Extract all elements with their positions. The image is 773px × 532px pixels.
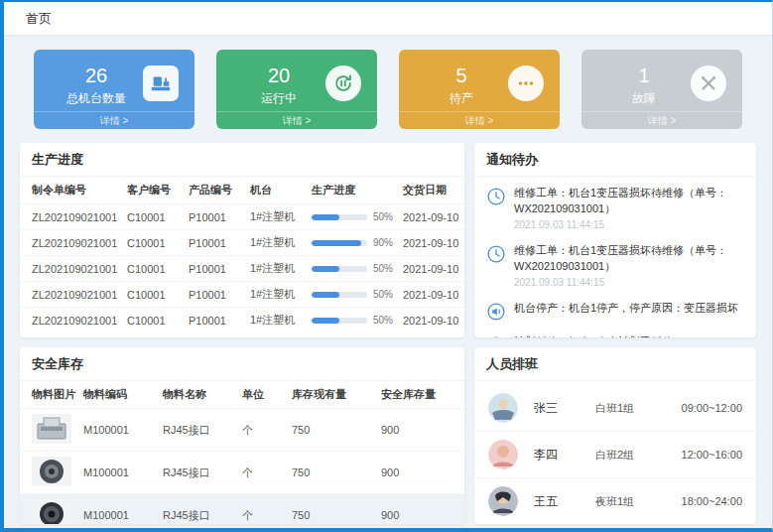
stat-detail-link[interactable]: 详情 > [399,111,560,129]
tab-home[interactable]: 首页 [26,10,52,28]
notification-item[interactable]: 维修工单：机台1变压器损坏待维修（单号：WX202109031001） 2021… [474,179,756,236]
notifications-panel-title: 通知待办 [474,143,756,177]
notification-body: 计划暂停：机台1生产计划已暂停 2021.09.03 11:44:15 [514,334,673,337]
notifications-panel: 通知待办 维修工单：机台1变压器损坏待维修（单号：WX202109031001）… [474,143,756,337]
stock-on-hand-cell: 750 [288,409,377,452]
safety-stock-row[interactable]: M100001 RJ45接口 个 750 900 [20,494,464,525]
production-table-header: 制令单编号客户编号产品编号机台生产进度交货日期 [20,177,464,204]
notification-text: 维修工单：机台1变压器损坏待维修（单号：WX202109031001） [514,243,744,275]
notification-item[interactable]: 计划暂停：机台1生产计划已暂停 2021.09.03 11:44:15 [474,328,756,337]
column-header: 交货日期 [399,177,464,204]
staff-schedule-row[interactable]: 李四 白班2组 12:00~16:00 [474,431,756,477]
material-name-cell: RJ45接口 [159,494,238,525]
staff-name: 李四 [534,447,580,464]
tools-icon [691,66,726,101]
dashboard-grid: 生产进度 制令单编号客户编号产品编号机台生产进度交货日期 ZL202109021… [20,143,756,524]
staff-time: 12:00~16:00 [682,449,742,461]
column-header: 制令单编号 [20,177,123,204]
speaker-photo [32,499,71,524]
staff-shift: 白班1组 [595,401,666,416]
stat-card-fault[interactable]: 1 故障 详情 > [581,50,742,129]
product-number-cell: P10001 [185,256,246,282]
stat-value: 1 [597,65,691,86]
stock-on-hand-cell: 750 [288,494,377,525]
stat-text: 20 运行中 [232,57,325,107]
stat-label: 运行中 [232,90,325,107]
production-table-row[interactable]: ZL202109021001 C10001 P10001 1#注塑机 50% 2… [20,308,464,333]
safety-stock-cell: 900 [377,452,464,494]
progress-bar [312,292,367,298]
production-panel-title: 生产进度 [20,143,464,177]
stat-label: 总机台数量 [50,90,143,107]
safety-stock-row[interactable]: M100001 RJ45接口 个 750 900 [20,452,464,494]
staff-schedule-panel-title: 人员排班 [474,347,756,381]
product-number-cell: P10001 [185,204,246,230]
notification-item[interactable]: 维修工单：机台1变压器损坏待维修（单号：WX202109031001） 2021… [474,236,756,294]
progress-cell: 50% [308,256,399,282]
stat-detail-link[interactable]: 详情 > [581,111,742,129]
production-table-row[interactable]: ZL202109021001 C10001 P10001 1#注塑机 50% 2… [20,204,464,230]
progress-cell: 50% [308,204,399,230]
staff-shift: 夜班1组 [595,494,666,509]
safety-stock-cell: 900 [377,409,464,452]
safety-stock-panel: 安全库存 物料图片物料编码物料名称单位库存现有量安全库存量 M100001 RJ… [20,347,464,524]
unit-cell: 个 [238,494,288,525]
stat-detail-link[interactable]: 详情 > [34,111,194,129]
production-table-row[interactable]: ZL202109021001 C10001 P10001 1#注塑机 50% 2… [20,282,464,308]
staff-schedule-row[interactable]: 张三 白班1组 09:00~12:00 [474,385,756,431]
progress-bar [312,240,367,246]
clock-icon [486,244,506,264]
machine-cell: 1#注塑机 [246,256,308,282]
order-number-cell: ZL202109021001 [20,308,123,333]
safety-stock-row[interactable]: M100001 RJ45接口 个 750 900 [20,409,464,452]
material-image-cell [20,452,79,494]
notification-text: 计划暂停：机台1生产计划已暂停 [514,334,673,337]
notification-time: 2021.09.03 11:44:15 [514,277,744,288]
stat-card-total[interactable]: 26 总机台数量 详情 > [34,50,194,129]
stat-card-running[interactable]: 20 运行中 详情 > [216,50,377,129]
notification-body: 维修工单：机台1变压器损坏待维修（单号：WX202109031001） 2021… [514,243,744,288]
production-table-row[interactable]: ZL202109021001 C10001 P10001 1#注塑机 50% 2… [20,256,464,282]
progress-bar [312,266,367,272]
product-number-cell: P10001 [185,282,246,308]
material-code-cell: M100001 [79,494,159,525]
unit-cell: 个 [238,452,288,494]
material-name-cell: RJ45接口 [159,452,238,494]
column-header: 产品编号 [185,177,246,204]
avatar [488,393,518,423]
order-number-cell: ZL202109021001 [20,256,123,282]
staff-name: 王五 [534,493,580,510]
stat-text: 26 总机台数量 [50,57,143,107]
running-icon [325,66,361,101]
column-header: 安全库存量 [377,381,464,409]
production-progress-panel: 生产进度 制令单编号客户编号产品编号机台生产进度交货日期 ZL202109021… [20,143,464,337]
notification-item[interactable]: 机台停产：机台1停产，停产原因：变压器损坏 [474,294,756,328]
safety-stock-table: 物料图片物料编码物料名称单位库存现有量安全库存量 M100001 RJ45接口 … [20,381,464,524]
stat-detail-link[interactable]: 详情 > [216,111,377,129]
customer-number-cell: C10001 [123,204,185,230]
stat-text: 5 待产 [415,57,508,107]
staff-schedule-row[interactable]: 王五 夜班1组 18:00~24:00 [474,477,756,524]
production-table-row[interactable]: ZL202109021001 C10001 P10001 1#注塑机 90% 2… [20,230,464,256]
customer-number-cell: C10001 [123,230,185,256]
clock-icon [486,187,506,206]
notification-body: 机台停产：机台1停产，停产原因：变压器损坏 [514,301,738,317]
staff-name: 张三 [534,400,580,417]
machine-cell: 1#注塑机 [246,230,308,256]
stat-card-waiting[interactable]: 5 待产 详情 > [399,50,560,129]
column-header: 物料编码 [79,381,159,409]
speaker-icon [486,335,506,337]
product-number-cell: P10001 [185,308,246,333]
notification-text: 机台停产：机台1停产，停产原因：变压器损坏 [514,301,738,317]
stat-text: 1 故障 [597,57,691,107]
avatar [488,440,518,469]
product-number-cell: P10001 [185,230,246,256]
rj45-connector-photo [32,414,71,444]
app-window: 首页 26 总机台数量 详情 > 20 运行中 详情 > 5 待产 详情 > 1… [0,0,773,532]
delivery-date-cell: 2021-09-10 [399,256,464,282]
notification-time: 2021.09.03 11:44:15 [514,219,744,230]
stock-on-hand-cell: 750 [288,452,377,494]
column-header: 库存现有量 [288,381,377,409]
staff-schedule-list: 张三 白班1组 09:00~12:00 李四 白班2组 12:00~16:00 … [474,381,756,524]
material-image-cell [20,494,79,525]
